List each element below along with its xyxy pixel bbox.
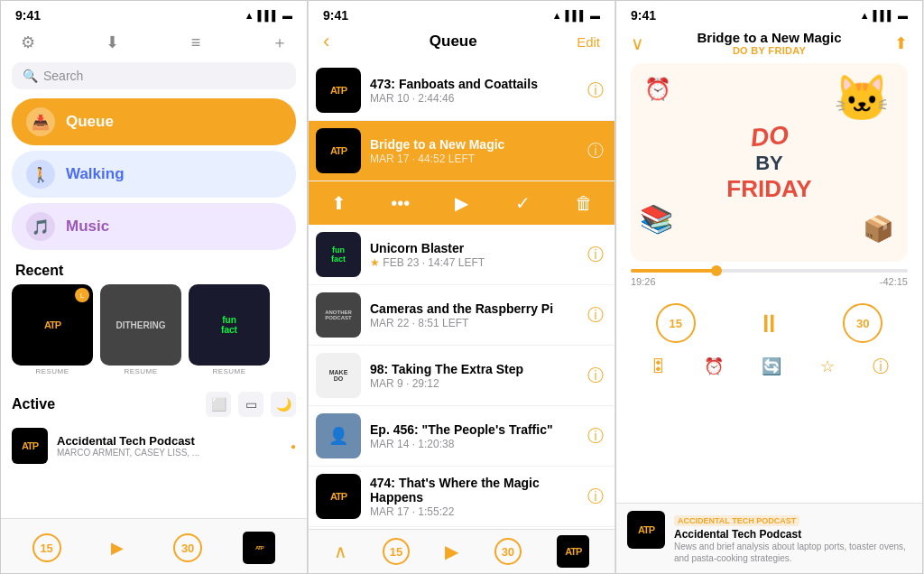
progress-fill (631, 269, 716, 273)
qi-info-3: Unicorn Blaster ★ FEB 23 · 14:47 LEFT (370, 241, 578, 269)
qi-title-6: Ep. 456: "The People's Traffic" (370, 422, 578, 437)
share-icon[interactable]: ⬆ (894, 33, 908, 53)
active-podcast-title: Accidental Tech Podcast (57, 434, 282, 448)
qi-art-3: funfact (316, 232, 361, 277)
p3-bottom[interactable]: ATP ACCIDENTAL TECH PODCAST Accidental T… (616, 503, 922, 573)
qi-info-1: 473: Fanboats and Coattails MAR 10 · 2:4… (370, 77, 578, 105)
qi-art-1: ATP (316, 68, 361, 113)
more-action-btn[interactable]: ••• (370, 187, 431, 219)
battery-icon-2: ▬ (590, 10, 600, 21)
alarm-icon[interactable]: ⏰ (704, 356, 724, 376)
qi-sub-5: MAR 9 · 29:12 (370, 377, 578, 390)
p2-play-btn[interactable]: ▶ (445, 541, 458, 562)
delete-action-btn[interactable]: 🗑 (553, 187, 614, 219)
tablet-icon[interactable]: ▭ (238, 392, 263, 417)
nav-queue[interactable]: 📥 Queue (12, 98, 296, 145)
signal-icon-3: ▌▌▌ (873, 10, 894, 21)
phone-3: 9:41 ▲ ▌▌▌ ▬ ∨ Bridge to a New Magic DO … (615, 0, 923, 574)
screen-icon[interactable]: ⬜ (206, 392, 231, 417)
active-section: Active ⬜ ▭ 🌙 ATP Accidental Tech Podcast… (1, 388, 307, 468)
music-nav-icon: 🎵 (26, 212, 55, 241)
status-time-1: 9:41 (15, 8, 41, 23)
pause-btn-p3[interactable]: ⏸ (745, 300, 792, 347)
qi-art-6: 👤 (316, 413, 361, 458)
info-icon-p3[interactable]: ⓘ (873, 356, 889, 377)
speed-icon[interactable]: 🔄 (762, 356, 781, 376)
share-action-btn[interactable]: ⬆ (309, 187, 370, 219)
settings-icon[interactable]: ⚙ (15, 30, 41, 55)
star-icon-3: ★ (370, 256, 380, 269)
queue-label: Queue (66, 113, 114, 131)
queue-item-2-active[interactable]: ATP Bridge to a New Magic MAR 17 · 44:52… (309, 121, 614, 181)
now-playing-bar[interactable]: 15 ▶ 30 ATP (1, 518, 307, 573)
qi-sub-6: MAR 14 · 1:20:38 (370, 438, 578, 450)
queue-item-7[interactable]: ATP 474: That's Where the Magic Happens … (309, 467, 614, 527)
qi-info-btn-7[interactable]: ⓘ (587, 486, 604, 507)
back-button[interactable]: ‹ (323, 30, 329, 53)
status-bar-1: 9:41 ▲ ▌▌▌ ▬ (1, 1, 307, 26)
remaining-time: -42:15 (880, 276, 908, 287)
queue-item-1[interactable]: ATP 473: Fanboats and Coattails MAR 10 ·… (309, 60, 614, 121)
resume-label-3: RESUME (189, 366, 270, 379)
check-action-btn[interactable]: ✓ (492, 187, 553, 219)
phone-2: 9:41 ▲ ▌▌▌ ▬ ‹ Queue Edit ATP 473: Fanbo… (308, 0, 615, 574)
active-header: Active ⬜ ▭ 🌙 (12, 388, 296, 424)
qi-info-btn-4[interactable]: ⓘ (587, 304, 604, 326)
queue-icon[interactable]: ≡ (183, 30, 208, 55)
nav-walking[interactable]: 🚶 Walking (12, 151, 296, 198)
edit-button[interactable]: Edit (577, 34, 600, 50)
qi-info-btn-1[interactable]: ⓘ (587, 79, 604, 101)
search-bar[interactable]: 🔍 Search (12, 62, 296, 89)
forward-30-btn[interactable]: 30 (173, 533, 202, 562)
walking-label: Walking (66, 165, 125, 183)
p2-forward-btn[interactable]: 30 (494, 538, 522, 565)
queue-item-5[interactable]: MAKEDO 98: Taking The Extra Step MAR 9 ·… (309, 346, 614, 406)
forward-30-btn-p3[interactable]: 30 (843, 303, 882, 343)
nav-music[interactable]: 🎵 Music (12, 203, 296, 250)
recent-item-atp[interactable]: ATP L RESUME (12, 284, 93, 379)
rewind-15-btn-p3[interactable]: 15 (656, 303, 696, 343)
p3-podcast-desc: News and brief analysis about laptop por… (674, 541, 911, 564)
qi-info-btn-5[interactable]: ⓘ (587, 365, 604, 386)
battery-icon: ▬ (282, 10, 292, 21)
qi-art-2: ATP (316, 128, 361, 173)
p2-header: ‹ Queue Edit (309, 26, 614, 60)
active-podcast-item[interactable]: ATP Accidental Tech Podcast MARCO ARMENT… (12, 424, 296, 468)
play-btn[interactable]: ▶ (102, 532, 133, 563)
chevron-down-icon[interactable]: ∨ (631, 32, 644, 54)
active-icons: ⬜ ▭ 🌙 (206, 392, 296, 417)
play-action-btn[interactable]: ▶ (431, 187, 493, 219)
star-icon-p3[interactable]: ☆ (820, 356, 835, 376)
recent-item-funfact[interactable]: fun fact RESUME (189, 284, 270, 379)
recent-item-dithering[interactable]: DITHERING RESUME (100, 284, 181, 379)
qi-info-6: Ep. 456: "The People's Traffic" MAR 14 ·… (370, 422, 578, 450)
music-label: Music (66, 218, 109, 236)
rewind-15-btn[interactable]: 15 (32, 533, 61, 562)
phone-1: 9:41 ▲ ▌▌▌ ▬ ⚙ ⬇ ≡ ＋ 🔍 Search 📥 Queue 🚶 … (0, 0, 308, 574)
download-icon[interactable]: ⬇ (99, 30, 125, 55)
qi-info-btn-3[interactable]: ⓘ (587, 244, 604, 265)
add-icon[interactable]: ＋ (267, 30, 292, 55)
status-bar-3: 9:41 ▲ ▌▌▌ ▬ (616, 1, 922, 26)
progress-bar[interactable] (631, 269, 908, 273)
qi-art-4: ANOTHERPODCAST (316, 292, 361, 338)
qi-sub-7: MAR 17 · 1:55:22 (370, 505, 578, 518)
resume-label-1: RESUME (12, 366, 93, 379)
walking-nav-icon: 🚶 (26, 160, 55, 189)
p2-rewind-btn[interactable]: 15 (383, 538, 410, 565)
queue-title: Queue (329, 32, 577, 51)
queue-item-3[interactable]: funfact Unicorn Blaster ★ FEB 23 · 14:47… (309, 225, 614, 285)
signal-icon-2: ▌▌▌ (566, 10, 587, 21)
equalizer-icon[interactable]: 🎛 (650, 357, 666, 376)
resume-label-2: RESUME (100, 366, 181, 379)
qi-info-btn-6[interactable]: ⓘ (587, 425, 604, 447)
qi-sub-1: MAR 10 · 2:44:46 (370, 92, 578, 105)
qi-info-4: Cameras and the Raspberry Pi MAR 22 · 8:… (370, 301, 578, 329)
p2-chevron-up[interactable]: ∧ (334, 541, 347, 562)
p3-controls: 15 ⏸ 30 (616, 292, 922, 352)
queue-item-4[interactable]: ANOTHERPODCAST Cameras and the Raspberry… (309, 285, 614, 346)
qi-info-btn-2[interactable]: ⓘ (587, 140, 604, 162)
qi-title-3: Unicorn Blaster (370, 241, 464, 255)
moon-icon[interactable]: 🌙 (271, 392, 296, 417)
queue-item-6[interactable]: 👤 Ep. 456: "The People's Traffic" MAR 14… (309, 406, 614, 467)
